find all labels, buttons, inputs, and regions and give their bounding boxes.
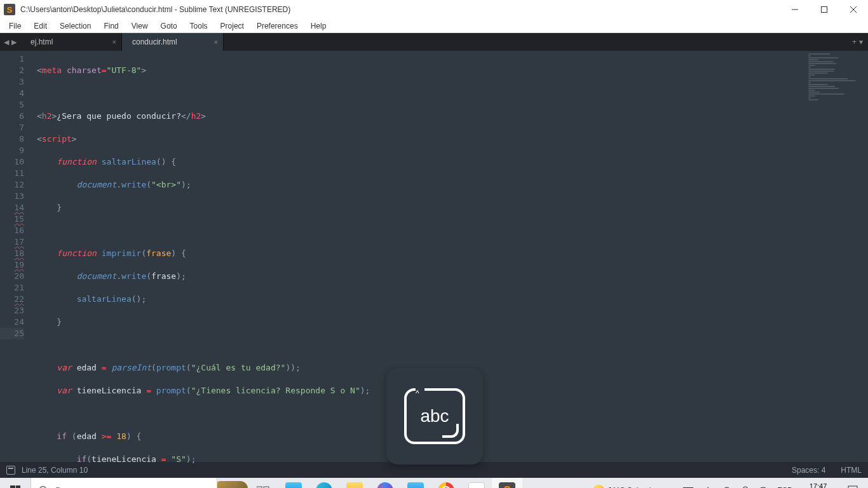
menu-project[interactable]: Project [214,20,250,32]
title-bar: S C:\Users\anton\Desktop\Julieta\conduci… [0,0,868,19]
store-icon [285,482,302,488]
tab-nav-back[interactable]: ◀ [4,38,9,46]
menu-file[interactable]: File [3,20,27,32]
bing-image-icon [217,481,248,488]
tray-wifi[interactable] [754,478,772,488]
ime-popup: ^ abc [386,368,483,464]
close-button[interactable] [839,0,868,19]
taskbar: S 21°C Soleado ESP 17:47 18/4/2023 18 [0,478,868,488]
menu-bar: File Edit Selection Find View Goto Tools… [0,19,868,33]
new-tab-button[interactable]: + [852,37,857,46]
syntax-mode[interactable]: HTML [841,466,862,475]
windows-icon [10,485,20,488]
tray-location[interactable] [738,478,753,488]
tab-close-icon[interactable]: × [112,38,116,46]
search-input[interactable] [55,485,209,488]
weather-widget[interactable]: 21°C Soleado [585,485,663,488]
taskbar-search[interactable] [31,478,217,488]
edge-icon [316,482,332,488]
menu-goto[interactable]: Goto [154,20,184,32]
tab-bar: ◀ ▶ ej.html × conducir.html × + ▾ [0,33,868,51]
tray-notifications[interactable]: 18 [840,478,865,488]
ime-text: abc [420,406,449,426]
minimap[interactable] [804,51,868,462]
minimize-button[interactable] [780,0,810,19]
search-icon [39,485,49,488]
sun-icon [593,485,604,488]
taskbar-chrome[interactable] [431,478,461,488]
taskbar-sublime[interactable]: S [492,478,522,488]
tab-menu-button[interactable]: ▾ [859,37,863,46]
taskbar-deco[interactable] [217,478,248,488]
notification-icon [848,485,858,488]
menu-preferences[interactable]: Preferences [250,20,304,32]
chevron-up-icon: ^ [416,389,419,398]
tab-conducir[interactable]: conducir.html × [122,33,224,51]
tab-ej[interactable]: ej.html × [20,33,122,51]
menu-view[interactable]: View [125,20,154,32]
task-view-button[interactable] [248,478,278,488]
menu-edit[interactable]: Edit [27,20,53,32]
clock-time: 17:47 [803,482,834,488]
taskbar-mail[interactable] [400,478,431,488]
tab-close-icon[interactable]: × [214,38,218,46]
tab-label: conducir.html [132,37,177,46]
copilot-icon [377,482,393,488]
app-icon: S [4,4,15,15]
chrome-icon [438,482,454,488]
folder-icon [346,482,363,488]
task-view-icon [257,485,269,488]
menu-tools[interactable]: Tools [184,20,214,32]
mail-icon [407,482,424,488]
taskbar-paint[interactable] [461,478,492,488]
paint-icon [468,482,485,488]
panel-toggle-icon[interactable] [6,466,15,475]
taskbar-explorer[interactable] [339,478,370,488]
tray-volume[interactable] [700,478,716,488]
menu-help[interactable]: Help [304,20,333,32]
svg-rect-1 [822,7,827,13]
menu-find[interactable]: Find [97,20,125,32]
taskbar-store[interactable] [278,478,309,488]
start-button[interactable] [0,478,31,488]
tray-language[interactable]: ESP [773,478,796,488]
tray-overflow[interactable] [664,478,678,488]
tray-onedrive[interactable] [717,478,736,488]
tray-clock[interactable]: 17:47 18/4/2023 [797,482,839,488]
maximize-button[interactable] [810,0,839,19]
editor[interactable]: 1 2 3 4 5 6 7 8 9 10 11 12 13 14 15 16 1… [0,51,868,462]
tab-label: ej.html [31,37,53,46]
menu-selection[interactable]: Selection [53,20,97,32]
tab-nav-forward[interactable]: ▶ [11,38,17,46]
tray-battery[interactable] [679,478,698,488]
taskbar-edge[interactable] [309,478,339,488]
window-title: C:\Users\anton\Desktop\Julieta\conducir.… [20,5,780,14]
sublime-icon: S [499,482,515,488]
line-gutter: 1 2 3 4 5 6 7 8 9 10 11 12 13 14 15 16 1… [0,51,33,462]
taskbar-copilot[interactable] [370,478,400,488]
